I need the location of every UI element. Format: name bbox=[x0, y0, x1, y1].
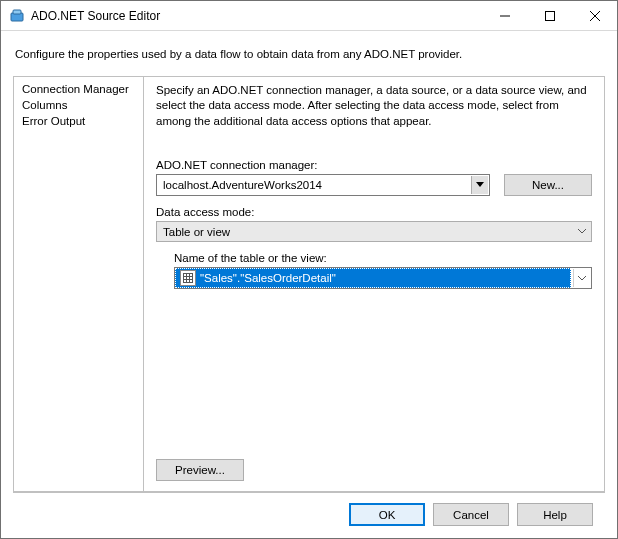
titlebar: ADO.NET Source Editor bbox=[1, 1, 617, 31]
svg-rect-3 bbox=[545, 11, 554, 20]
main-panel: Connection Manager Columns Error Output … bbox=[13, 76, 605, 492]
sidebar-item-error-output[interactable]: Error Output bbox=[14, 113, 143, 129]
ok-button[interactable]: OK bbox=[349, 503, 425, 526]
svg-rect-1 bbox=[13, 10, 21, 14]
minimize-button[interactable] bbox=[482, 1, 527, 30]
settings-panel: Specify an ADO.NET connection manager, a… bbox=[144, 77, 604, 491]
svg-rect-7 bbox=[184, 274, 193, 283]
sidebar: Connection Manager Columns Error Output bbox=[14, 77, 144, 491]
new-connection-button[interactable]: New... bbox=[504, 174, 592, 196]
window-title: ADO.NET Source Editor bbox=[31, 9, 482, 23]
content-area: Configure the properties used by a data … bbox=[1, 31, 617, 538]
chevron-down-icon bbox=[573, 269, 590, 287]
table-icon bbox=[180, 270, 196, 286]
table-name-combo[interactable]: "Sales"."SalesOrderDetail" bbox=[174, 267, 592, 289]
table-name-value: "Sales"."SalesOrderDetail" bbox=[200, 272, 336, 284]
window-controls bbox=[482, 1, 617, 30]
data-access-mode-label: Data access mode: bbox=[156, 206, 592, 218]
connection-manager-value: localhost.AdventureWorks2014 bbox=[163, 179, 322, 191]
cancel-button[interactable]: Cancel bbox=[433, 503, 509, 526]
data-access-mode-combo[interactable]: Table or view bbox=[156, 221, 592, 242]
dialog-footer: OK Cancel Help bbox=[13, 492, 605, 538]
table-name-label: Name of the table or the view: bbox=[174, 252, 592, 264]
dialog-window: ADO.NET Source Editor Configure the prop… bbox=[0, 0, 618, 539]
data-access-mode-value: Table or view bbox=[163, 226, 230, 238]
app-icon bbox=[9, 8, 25, 24]
sidebar-item-connection-manager[interactable]: Connection Manager bbox=[14, 81, 143, 97]
intro-text: Configure the properties used by a data … bbox=[15, 47, 603, 62]
connection-manager-combo[interactable]: localhost.AdventureWorks2014 bbox=[156, 174, 490, 196]
table-name-selection: "Sales"."SalesOrderDetail" bbox=[175, 268, 571, 288]
chevron-down-icon bbox=[573, 223, 590, 240]
preview-button[interactable]: Preview... bbox=[156, 459, 244, 481]
connection-manager-label: ADO.NET connection manager: bbox=[156, 159, 592, 171]
chevron-down-icon bbox=[471, 176, 488, 194]
maximize-button[interactable] bbox=[527, 1, 572, 30]
panel-description: Specify an ADO.NET connection manager, a… bbox=[156, 83, 592, 130]
sidebar-item-columns[interactable]: Columns bbox=[14, 97, 143, 113]
svg-marker-6 bbox=[476, 182, 484, 187]
help-button[interactable]: Help bbox=[517, 503, 593, 526]
close-button[interactable] bbox=[572, 1, 617, 30]
